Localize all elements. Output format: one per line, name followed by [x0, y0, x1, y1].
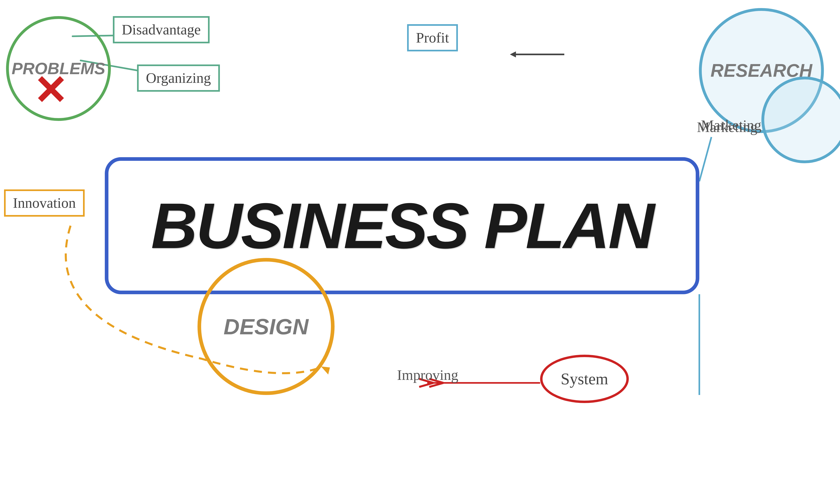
svg-marker-11: [321, 364, 332, 376]
organizing-label: Organizing: [146, 70, 211, 86]
improving-label: Improving: [397, 367, 458, 383]
svg-marker-3: [510, 51, 516, 57]
profit-label: Profit: [416, 30, 449, 46]
disadvantage-box: Disadvantage: [113, 16, 210, 43]
design-text: DESIGN: [224, 314, 308, 339]
organizing-box: Organizing: [137, 65, 220, 92]
business-plan-text: BUSINESS PLAN: [151, 188, 653, 263]
design-circle: DESIGN: [197, 258, 335, 395]
svg-line-4: [699, 137, 711, 181]
profit-box: Profit: [407, 24, 458, 51]
x-mark: ✕: [33, 71, 67, 111]
diagram-canvas: PROBLEMS ✕ RESEARCH Marketing BUSINESS P…: [0, 0, 840, 504]
disadvantage-label: Disadvantage: [122, 21, 201, 38]
svg-line-10: [429, 383, 443, 387]
innovation-label: Innovation: [13, 195, 76, 211]
svg-line-8: [419, 383, 433, 387]
system-text: System: [561, 370, 608, 388]
business-plan-box: BUSINESS PLAN: [105, 157, 699, 294]
marketing-text: Marketing: [697, 119, 757, 136]
system-ellipse: System: [540, 355, 629, 403]
innovation-box: Innovation: [4, 190, 85, 217]
